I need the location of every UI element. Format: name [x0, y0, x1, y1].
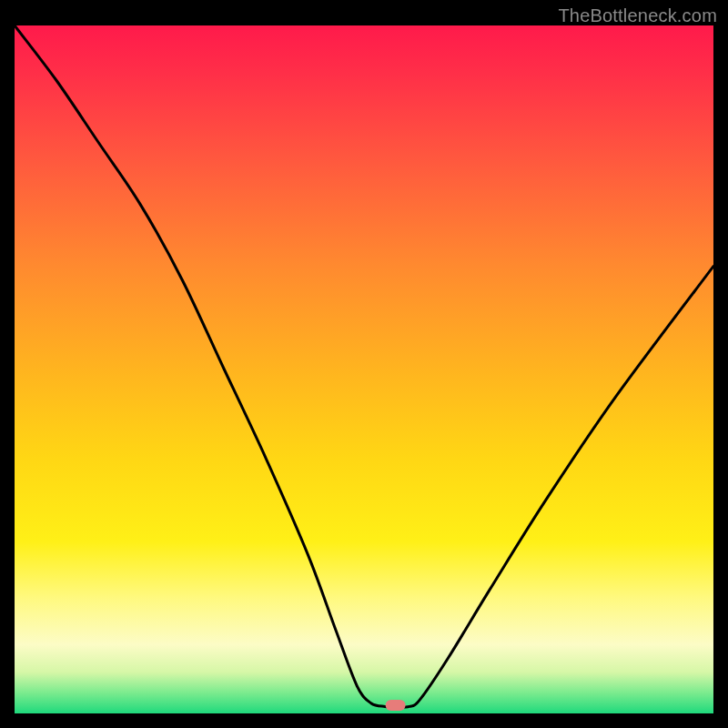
plot-area — [15, 25, 713, 713]
bottleneck-curve — [15, 25, 713, 707]
chart-stage: TheBottleneck.com — [0, 0, 728, 728]
watermark-text: TheBottleneck.com — [558, 5, 717, 26]
optimum-marker — [386, 700, 406, 711]
curve-layer — [15, 25, 713, 713]
